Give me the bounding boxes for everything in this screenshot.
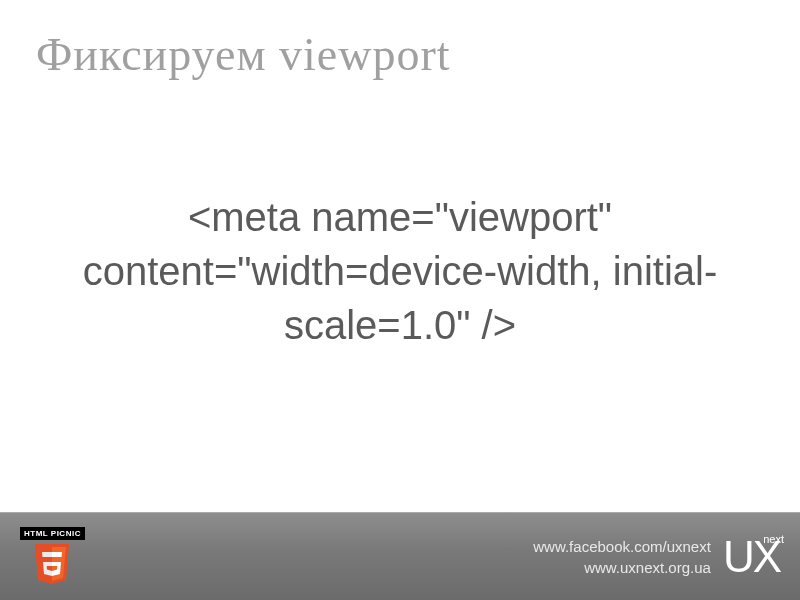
footer-links: www.facebook.com/uxnext www.uxnext.org.u… <box>533 538 711 576</box>
footer-link-site: www.uxnext.org.ua <box>584 559 711 576</box>
slide-title: Фиксируем viewport <box>0 0 800 81</box>
slide-body: <meta name="viewport" content="width=dev… <box>0 190 800 352</box>
footer-link-facebook: www.facebook.com/uxnext <box>533 538 711 555</box>
html-picnic-badge: HTML PICNIC <box>20 527 85 540</box>
footer-right: www.facebook.com/uxnext www.uxnext.org.u… <box>533 535 780 579</box>
slide-footer: HTML PICNIC www.facebook.com/uxnext www.… <box>0 512 800 600</box>
ux-logo-sub: next <box>763 533 784 545</box>
html5-logo-icon <box>32 542 72 586</box>
ux-next-logo: UX next <box>723 535 780 579</box>
footer-left: HTML PICNIC <box>20 527 85 586</box>
viewport-code-snippet: <meta name="viewport" content="width=dev… <box>40 190 760 352</box>
